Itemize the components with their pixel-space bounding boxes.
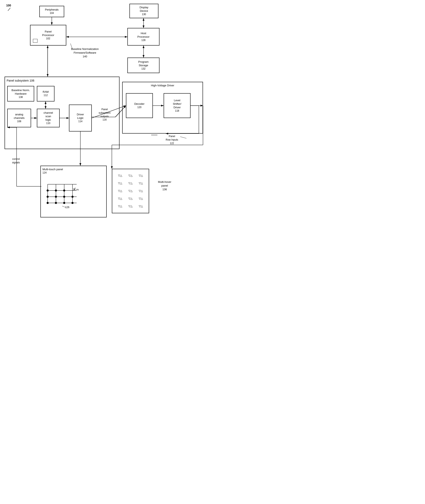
peripherals-label: Peripherals [45,8,59,12]
svg-point-13 [63,196,65,198]
svg-point-18 [72,202,73,204]
baseline-norm-hw-num: 138 [19,96,23,99]
multi-hover-panel-box: ▽△▽△▽△ ▽△▽△▽△ ▽△▽△▽△ ▽△▽△▽△ ▽△▽△▽△ [112,169,149,213]
channel-scan-logic-box: channelscanlogic 110 [37,109,60,127]
program-storage-box: ProgramStorage 132 [127,58,159,73]
driver-logic-num: 114 [78,120,82,123]
peripherals-num: 104 [50,12,54,15]
svg-text:126: 126 [65,206,69,209]
svg-point-16 [55,202,57,204]
display-device-num: 130 [142,13,146,16]
high-voltage-driver-label: High-Voltage Driver [124,84,201,87]
svg-text:sig: sig [76,188,79,191]
baseline-norm-hw-box: Baseline Norm.Hardware 138 [7,86,34,101]
touch-panel-grid: C sig 126 [44,178,85,209]
peripherals-box: Peripherals 104 [39,6,64,17]
svg-point-8 [46,189,49,192]
svg-point-17 [63,202,65,204]
multi-hover-panel-label: Multi-hoverpanel 136 [151,180,178,192]
analog-channels-box: analogchannels 108 [7,109,31,127]
diagram: 100 Peripherals 104 PanelProcessor 102 D… [0,0,212,252]
host-processor-box: HostProcessor 128 [127,28,159,46]
channel-scan-logic-num: 110 [46,122,50,125]
ram-num: 112 [44,94,48,97]
panel-subsystem-outputs-label: Panelsubsystemoutputs 116 [94,108,115,122]
svg-point-9 [55,189,57,192]
level-shifter-box: LevelShifter/Driver 118 [164,93,191,118]
analog-channels-label: analogchannels [14,113,24,120]
panel-processor-label: PanelProcessor [42,30,54,37]
display-device-label: DisplayDevice [139,6,148,13]
decoder-box: Decoder 120 [126,93,153,118]
level-shifter-label: LevelShifter/Driver [173,99,181,109]
ram-box: RAM 112 [37,86,54,101]
decoder-num: 120 [137,106,141,109]
level-shifter-num: 118 [175,109,179,113]
svg-point-14 [72,196,73,198]
program-storage-num: 132 [141,67,145,71]
svg-point-10 [63,189,65,192]
svg-point-12 [55,196,57,198]
display-device-box: DisplayDevice 130 [129,4,159,18]
svg-point-11 [46,196,49,198]
panel-processor-num: 102 [46,37,50,40]
multi-touch-panel-label: Multi-touch panel [42,168,63,171]
host-processor-label: HostProcessor [137,32,150,39]
decoder-label: Decoder [134,102,144,106]
baseline-firmware-label: Baseline NormalizationFirmware/Software … [64,47,106,59]
driver-logic-box: DriverLogic 114 [69,105,92,132]
analog-channels-num: 108 [17,120,21,123]
panel-processor-box: PanelProcessor 102 [30,25,66,46]
host-processor-num: 128 [141,39,145,42]
baseline-norm-hw-label: Baseline Norm.Hardware [12,89,30,96]
driver-logic-label: DriverLogic [77,113,84,120]
channel-scan-logic-label: channelscanlogic [44,111,53,122]
svg-point-15 [46,202,49,204]
multi-touch-panel-num: 124 [42,171,46,175]
panel-row-inputs-label: PanelRow Inputs 122 [159,135,184,145]
program-storage-label: ProgramStorage [138,60,149,67]
control-signals-label: controlsignals [5,157,27,164]
panel-subsystem-label: Panel subsystem 106 [7,79,34,82]
svg-line-29 [8,8,10,11]
diagram-ref: 100 [6,4,11,7]
ram-label: RAM [43,90,49,94]
